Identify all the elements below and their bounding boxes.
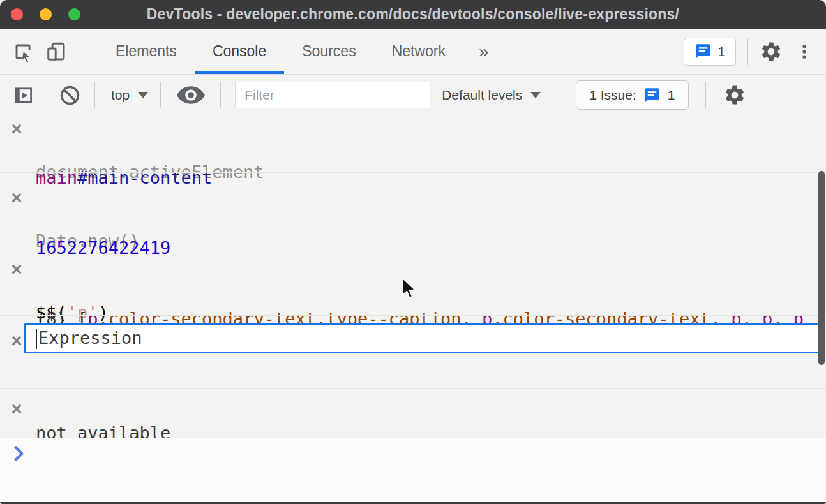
device-toolbar-icon: [46, 41, 66, 62]
javascript-context-selector[interactable]: top: [111, 87, 148, 103]
divider: [220, 82, 221, 108]
create-live-expression-button[interactable]: [176, 85, 206, 105]
device-toolbar-button[interactable]: [46, 41, 66, 62]
row-divider: [0, 315, 826, 316]
divider: [567, 82, 567, 108]
issues-count: 1: [668, 87, 675, 103]
remove-expression-icon[interactable]: ×: [8, 330, 25, 352]
console-token-id[interactable]: #main-content: [77, 168, 212, 188]
remove-expression-icon[interactable]: ×: [8, 187, 25, 209]
issue-bubble-icon: [643, 87, 661, 104]
minimize-window-button[interactable]: [40, 8, 52, 20]
expression-editor-placeholder: Expression: [38, 325, 142, 352]
console-sidebar-toggle-button[interactable]: [13, 85, 34, 106]
tab-elements[interactable]: Elements: [98, 29, 195, 74]
message-bubble-icon: [695, 43, 712, 60]
expression-result-row: 1652276422419: [0, 216, 826, 237]
expression-result: main#main-content: [36, 167, 212, 189]
fullscreen-window-button[interactable]: [68, 8, 80, 20]
chevron-down-icon: [138, 92, 148, 98]
context-selector-label: top: [111, 87, 130, 103]
log-levels-label: Default levels: [442, 87, 522, 103]
row-divider: [0, 244, 826, 244]
tab-elements-label: Elements: [116, 43, 177, 60]
live-expression-editor[interactable]: Expression: [24, 323, 824, 353]
divider: [160, 82, 161, 108]
row-divider: [0, 172, 826, 173]
tab-network[interactable]: Network: [374, 29, 463, 74]
clear-console-button[interactable]: [59, 85, 80, 106]
text-caret: [36, 329, 37, 349]
console-prompt-area[interactable]: [0, 438, 826, 503]
console-toolbar: top Default levels 1 Issue:: [0, 75, 826, 115]
remove-expression-icon[interactable]: ×: [8, 118, 25, 140]
mouse-cursor: [401, 277, 419, 300]
console-settings-button[interactable]: [723, 84, 746, 107]
active-tab-underline: [195, 71, 284, 74]
log-levels-selector[interactable]: Default levels: [442, 87, 541, 103]
vertical-scrollbar-thumb[interactable]: [818, 171, 825, 365]
divider: [705, 82, 706, 108]
tab-sources-label: Sources: [302, 43, 356, 60]
gear-icon: [723, 84, 746, 107]
more-tabs-button[interactable]: »: [472, 29, 495, 74]
expression-result: not available: [36, 426, 170, 438]
tab-sources[interactable]: Sources: [284, 29, 373, 74]
panel-tabs: Elements Console Sources Network »: [98, 29, 495, 74]
inspect-cursor-icon: [13, 41, 33, 62]
kebab-menu-button[interactable]: [795, 43, 813, 61]
tab-network-label: Network: [392, 43, 446, 60]
expression-result-row-clipped: not available: [0, 426, 826, 438]
traffic-lights: [11, 0, 80, 29]
remove-expression-icon[interactable]: ×: [8, 258, 25, 280]
divider: [94, 82, 95, 108]
devtools-window: DevTools - developer.chrome.com/docs/dev…: [0, 0, 826, 504]
console-prompt-chevron-icon: [13, 445, 26, 462]
sidebar-panel-icon: [13, 85, 34, 106]
console-token-tag[interactable]: main: [36, 168, 77, 188]
row-divider: [0, 388, 826, 389]
live-expression-row: × document.activeElement: [0, 118, 826, 140]
console-token-number: 1652276422419: [36, 238, 170, 258]
issues-button[interactable]: 1 Issue: 1: [576, 80, 688, 110]
block-icon: [59, 85, 80, 106]
divider: [82, 38, 82, 65]
remove-expression-icon[interactable]: ×: [8, 398, 25, 420]
chevron-down-icon: [530, 92, 541, 98]
inspect-element-button[interactable]: [13, 41, 33, 62]
filter-input[interactable]: [235, 82, 430, 108]
close-window-button[interactable]: [11, 8, 23, 20]
live-expression-row: × Expression: [0, 398, 826, 420]
tabbar-right-controls: 1: [684, 38, 816, 66]
gear-icon: [760, 40, 783, 63]
eye-icon: [176, 85, 206, 105]
messages-count: 1: [717, 44, 725, 59]
settings-gear-button[interactable]: [760, 40, 783, 63]
devtools-tabbar: Elements Console Sources Network » 1: [0, 29, 826, 75]
expression-result: 1652276422419: [36, 237, 170, 259]
tab-console-label: Console: [213, 43, 266, 60]
kebab-menu-icon: [795, 43, 813, 61]
live-expression-row: × Date.now(): [0, 187, 826, 209]
divider: [747, 38, 748, 65]
tab-console[interactable]: Console: [195, 29, 284, 74]
expression-result-row: main#main-content: [0, 145, 826, 167]
console-messages-area[interactable]: × document.activeElement main#main-conte…: [0, 115, 826, 503]
console-messages-badge-button[interactable]: 1: [684, 38, 736, 66]
window-title: DevTools - developer.chrome.com/docs/dev…: [0, 6, 826, 23]
titlebar: DevTools - developer.chrome.com/docs/dev…: [0, 0, 826, 29]
issues-label: 1 Issue:: [589, 87, 636, 103]
